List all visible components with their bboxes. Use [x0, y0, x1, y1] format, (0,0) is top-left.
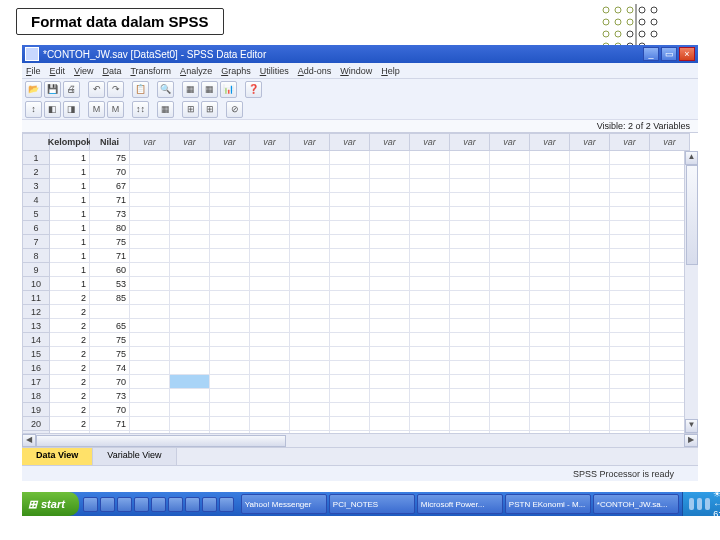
column-header-empty[interactable]: var	[650, 133, 690, 151]
cell[interactable]	[450, 347, 490, 361]
cell[interactable]	[250, 249, 290, 263]
toolbar-button[interactable]: ▦	[201, 81, 218, 98]
menu-add-ons[interactable]: Add-ons	[298, 66, 332, 76]
cell[interactable]	[250, 319, 290, 333]
cell[interactable]	[210, 221, 250, 235]
cell[interactable]: 2	[50, 347, 90, 361]
cell[interactable]	[490, 235, 530, 249]
cell[interactable]	[170, 319, 210, 333]
cell[interactable]	[450, 235, 490, 249]
cell[interactable]: 2	[50, 361, 90, 375]
toolbar-button[interactable]: 🖨	[63, 81, 80, 98]
cell[interactable]	[330, 417, 370, 431]
cell[interactable]	[610, 263, 650, 277]
cell[interactable]	[250, 151, 290, 165]
cell[interactable]: 85	[90, 291, 130, 305]
cell[interactable]	[530, 179, 570, 193]
menu-transform[interactable]: Transform	[130, 66, 171, 76]
menu-help[interactable]: Help	[381, 66, 400, 76]
cell[interactable]	[250, 361, 290, 375]
column-header-empty[interactable]: var	[530, 133, 570, 151]
cell[interactable]	[370, 291, 410, 305]
cell[interactable]	[610, 347, 650, 361]
cell[interactable]	[570, 221, 610, 235]
cell[interactable]	[410, 347, 450, 361]
cell[interactable]	[210, 333, 250, 347]
horizontal-scrollbar[interactable]: ◀ ▶	[22, 433, 698, 447]
maximize-button[interactable]: ▭	[661, 47, 677, 61]
cell[interactable]	[130, 249, 170, 263]
cell[interactable]	[490, 361, 530, 375]
cell[interactable]	[330, 389, 370, 403]
toolbar-button[interactable]: ▦	[182, 81, 199, 98]
cell[interactable]	[290, 193, 330, 207]
cell[interactable]	[410, 305, 450, 319]
cell[interactable]	[610, 165, 650, 179]
cell[interactable]	[250, 389, 290, 403]
cell[interactable]	[130, 431, 170, 433]
row-header[interactable]: 9	[22, 263, 50, 277]
row-header[interactable]: 13	[22, 319, 50, 333]
tab-variable-view[interactable]: Variable View	[93, 448, 176, 465]
row-header[interactable]: 17	[22, 375, 50, 389]
cell[interactable]: 1	[50, 207, 90, 221]
cell[interactable]	[170, 179, 210, 193]
cell[interactable]: 2	[50, 403, 90, 417]
row-header[interactable]: 20	[22, 417, 50, 431]
cell[interactable]	[170, 249, 210, 263]
cell[interactable]	[130, 263, 170, 277]
cell[interactable]	[170, 333, 210, 347]
cell[interactable]: 60	[90, 263, 130, 277]
scroll-down-icon[interactable]: ▼	[685, 419, 698, 433]
cell[interactable]	[210, 193, 250, 207]
cell[interactable]	[330, 207, 370, 221]
cell[interactable]	[370, 431, 410, 433]
cell[interactable]	[250, 277, 290, 291]
row-header[interactable]: 18	[22, 389, 50, 403]
cell[interactable]	[410, 277, 450, 291]
column-header-empty[interactable]: var	[290, 133, 330, 151]
cell[interactable]	[530, 291, 570, 305]
cell[interactable]	[410, 221, 450, 235]
cell[interactable]	[530, 333, 570, 347]
cell[interactable]	[530, 249, 570, 263]
cell[interactable]	[170, 277, 210, 291]
cell[interactable]	[490, 431, 530, 433]
cell[interactable]	[410, 417, 450, 431]
cell[interactable]	[530, 263, 570, 277]
cell[interactable]	[490, 417, 530, 431]
taskbar-item[interactable]: *CONTOH_JW.sa...	[593, 494, 679, 514]
cell[interactable]: 80	[90, 221, 130, 235]
cell[interactable]	[570, 361, 610, 375]
cell[interactable]	[450, 277, 490, 291]
cell[interactable]	[570, 417, 610, 431]
taskbar-item[interactable]: Microsoft Power...	[417, 494, 503, 514]
cell[interactable]: 65	[90, 319, 130, 333]
cell[interactable]	[290, 431, 330, 433]
cell[interactable]	[90, 431, 130, 433]
toolbar-button[interactable]: ◨	[63, 101, 80, 118]
cell[interactable]	[290, 291, 330, 305]
row-header[interactable]: 7	[22, 235, 50, 249]
close-button[interactable]: ×	[679, 47, 695, 61]
cell[interactable]	[290, 277, 330, 291]
toolbar-button[interactable]: ⊞	[201, 101, 218, 118]
cell[interactable]	[330, 431, 370, 433]
toolbar-button[interactable]: ⊘	[226, 101, 243, 118]
cell[interactable]	[130, 333, 170, 347]
cell[interactable]	[330, 193, 370, 207]
cell[interactable]	[530, 361, 570, 375]
menu-utilities[interactable]: Utilities	[260, 66, 289, 76]
cell[interactable]	[170, 375, 210, 389]
cell[interactable]	[530, 221, 570, 235]
cell[interactable]	[250, 179, 290, 193]
cell[interactable]	[490, 347, 530, 361]
cell[interactable]	[570, 263, 610, 277]
cell[interactable]	[410, 263, 450, 277]
cell[interactable]	[370, 165, 410, 179]
cell[interactable]	[370, 277, 410, 291]
toolbar-button[interactable]: ↕↕	[132, 101, 149, 118]
cell[interactable]	[530, 207, 570, 221]
cell[interactable]	[490, 291, 530, 305]
cell[interactable]	[210, 249, 250, 263]
